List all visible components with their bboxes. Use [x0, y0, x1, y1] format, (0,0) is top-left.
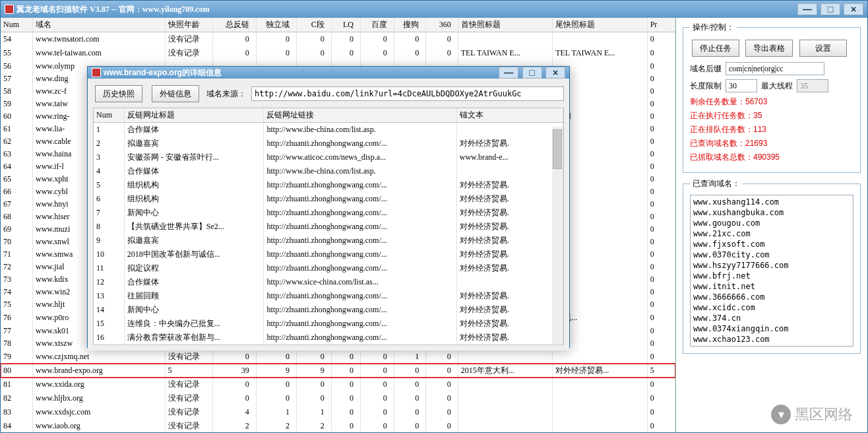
- table-row[interactable]: 5组织机构http://zhuanti.zhonghongwang.com/..…: [94, 178, 563, 192]
- col-header[interactable]: Num: [1, 18, 33, 32]
- dialog-scrollbar[interactable]: [552, 127, 563, 344]
- col-header[interactable]: 360: [426, 18, 458, 32]
- table-row[interactable]: 80www.brand-expo.org5399900002015年意大利...…: [1, 364, 675, 378]
- table-row[interactable]: 4合作媒体http://www.ibe-china.com/list.asp.: [94, 164, 563, 178]
- export-table-button[interactable]: 导出表格: [745, 40, 793, 57]
- col-header[interactable]: 快照年龄: [165, 18, 213, 32]
- control-fieldset: 操作/控制： 停止任务 导出表格 设置 域名后缀 长度限制 最大线程 剩余任务数…: [683, 22, 861, 173]
- app-window: 翼龙老域名扫描软件 V3.87 -- 官网：www.yilong789.com …: [0, 0, 868, 433]
- scanned-domain-list[interactable]: www.xushang114.com www.xushangbuka.com w…: [690, 195, 853, 347]
- watermark-logo-icon: ▾: [771, 405, 791, 424]
- table-row[interactable]: 8【共筑硒业世界共享】Se2...http://zhuanti.zhonghon…: [94, 220, 563, 234]
- window-buttons: — □ ×: [796, 3, 863, 15]
- table-row[interactable]: 15连维良：中央编办已批复...http://zhuanti.zhonghong…: [94, 317, 563, 331]
- scrollbar-thumb[interactable]: [553, 129, 562, 169]
- table-row[interactable]: 6组织机构http://zhuanti.zhonghongwang.com/..…: [94, 192, 563, 206]
- table-row[interactable]: 9拟邀嘉宾http://zhuanti.zhonghongwang.com/..…: [94, 234, 563, 248]
- table-row[interactable]: 12合作媒体http://www.sice-china.com/list.as.…: [94, 275, 563, 289]
- stat-line: 已查询域名数：21693: [690, 138, 853, 149]
- watermark: ▾ 黑区网络: [771, 405, 853, 424]
- stat-line: 正在排队任务数：113: [690, 124, 853, 135]
- table-row[interactable]: 11拟定议程http://zhuanti.zhonghongwang.com/.…: [94, 261, 563, 275]
- table-row[interactable]: 14新闻中心http://zhuanti.zhonghongwang.com/.…: [94, 303, 563, 317]
- stat-line: 剩余任务数量：56703: [690, 96, 853, 108]
- table-row[interactable]: 54www.twnsatori.com没有记录00000000: [1, 32, 675, 47]
- stat-line: 已抓取域名总数：490395: [690, 152, 853, 163]
- source-label: 域名来源：: [206, 88, 246, 100]
- col-header[interactable]: 首快照标题: [458, 18, 553, 32]
- table-row[interactable]: 1合作媒体http://www.ibe-china.com/list.asp.: [94, 123, 563, 137]
- stat-line: 正在执行任务数：35: [690, 110, 853, 121]
- table-row[interactable]: 102018中国改革创新与诚信...http://zhuanti.zhongho…: [94, 248, 563, 261]
- table-row[interactable]: 13往届回顾http://zhuanti.zhonghongwang.com/.…: [94, 289, 563, 303]
- minimize-button[interactable]: —: [797, 3, 817, 15]
- watermark-text: 黑区网络: [795, 405, 853, 424]
- dialog-minimize-button[interactable]: —: [499, 67, 518, 79]
- col-header[interactable]: 锚文本: [456, 108, 563, 123]
- settings-button[interactable]: 设置: [799, 40, 847, 57]
- dialog-title-bar[interactable]: www.brand-expo.org的详细信息 — □ ×: [88, 67, 569, 79]
- col-header[interactable]: C段: [296, 18, 331, 32]
- stop-task-button[interactable]: 停止任务: [692, 40, 739, 57]
- scanned-legend: 已查询域名：: [690, 178, 743, 189]
- maximize-button[interactable]: □: [821, 3, 840, 15]
- length-input[interactable]: [726, 79, 757, 92]
- col-header[interactable]: 反链网址链接: [264, 108, 456, 123]
- col-header[interactable]: Num: [94, 108, 124, 123]
- col-header[interactable]: 百度: [360, 18, 394, 32]
- table-row[interactable]: 2拟邀嘉宾http://zhuanti.zhonghongwang.com/..…: [94, 137, 563, 150]
- suffix-label: 域名后缀: [690, 63, 722, 75]
- backlink-table[interactable]: Num反链网址标题反链网址链接锚文本 1合作媒体http://www.ibe-c…: [94, 108, 563, 345]
- control-panel: 操作/控制： 停止任务 导出表格 设置 域名后缀 长度限制 最大线程 剩余任务数…: [676, 18, 867, 432]
- table-row[interactable]: 81www.xxida.org没有记录00000000: [1, 378, 675, 391]
- length-label: 长度限制: [690, 81, 722, 92]
- table-row[interactable]: 84www.iaob.org没有记录22200000: [1, 419, 675, 432]
- history-snapshot-button[interactable]: 历史快照: [95, 85, 142, 102]
- threads-input: [797, 79, 828, 92]
- table-row[interactable]: 16满分教育荣获改革创新与...http://zhuanti.zhonghong…: [94, 331, 563, 345]
- control-legend: 操作/控制：: [690, 22, 737, 33]
- col-header[interactable]: 总反链: [213, 18, 256, 32]
- dialog-maximize-button[interactable]: □: [522, 67, 542, 79]
- scanned-fieldset: 已查询域名： www.xushang114.com www.xushangbuk…: [683, 178, 861, 354]
- col-header[interactable]: Pr: [647, 18, 675, 32]
- col-header[interactable]: 域名: [33, 18, 165, 32]
- threads-label: 最大线程: [761, 81, 793, 92]
- table-row[interactable]: 7新闻中心http://zhuanti.zhonghongwang.com/..…: [94, 206, 563, 220]
- app-title: 翼龙老域名扫描软件 V3.87 -- 官网：www.yilong789.com: [16, 4, 210, 15]
- source-url-input[interactable]: [251, 86, 564, 101]
- dialog-title: www.brand-expo.org的详细信息: [104, 67, 222, 79]
- app-icon: [5, 5, 14, 14]
- table-row[interactable]: 82www.hljbx.org没有记录00000000: [1, 391, 675, 405]
- suffix-input[interactable]: [726, 62, 824, 75]
- col-header[interactable]: 反链网址标题: [124, 108, 264, 123]
- detail-dialog: www.brand-expo.org的详细信息 — □ × 历史快照 外链信息 …: [87, 66, 570, 348]
- col-header[interactable]: 独立域: [256, 18, 296, 32]
- col-header[interactable]: 尾快照标题: [553, 18, 648, 32]
- table-row[interactable]: 83www.xxdsjc.com没有记录41100000: [1, 405, 675, 419]
- close-button[interactable]: ×: [844, 3, 863, 15]
- col-header[interactable]: 搜狗: [394, 18, 426, 32]
- title-bar[interactable]: 翼龙老域名扫描软件 V3.87 -- 官网：www.yilong789.com …: [1, 1, 867, 18]
- dialog-close-button[interactable]: ×: [545, 67, 565, 79]
- col-header[interactable]: LQ: [331, 18, 360, 32]
- table-row[interactable]: 3安徽茶网 - 安徽省茶叶行...http://www.aticoc.com/n…: [94, 150, 563, 164]
- table-row[interactable]: 79www.czjxmq.net没有记录00000100: [1, 350, 675, 364]
- table-row[interactable]: 55www.tel-taiwan.com没有记录0000000TEL TAIWA…: [1, 46, 675, 60]
- backlink-info-button[interactable]: 外链信息: [152, 85, 199, 102]
- dialog-icon: [92, 68, 101, 77]
